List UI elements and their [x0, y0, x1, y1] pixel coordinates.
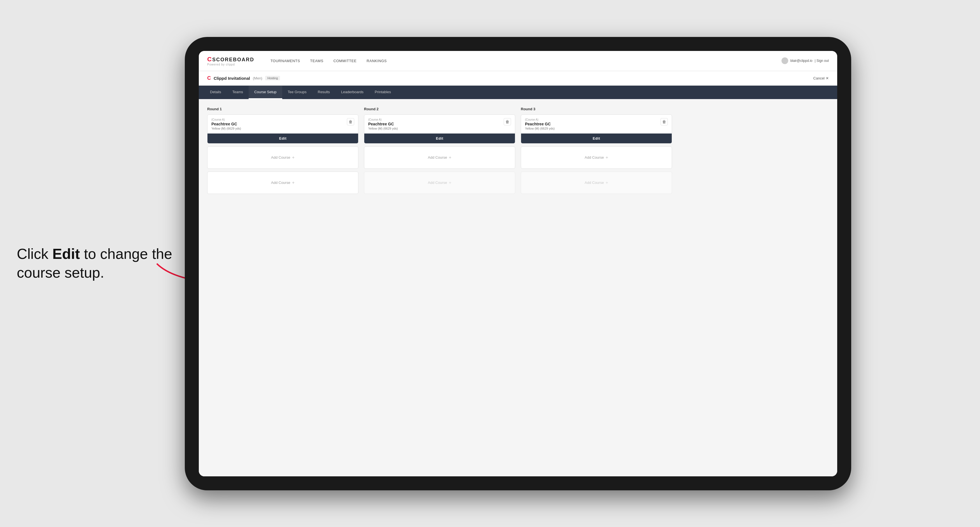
round-3-column: Round 3 (Course A) Peachtree GC Yellow (… [521, 107, 672, 197]
round-3-add-course-2: Add Course + [521, 171, 672, 194]
round-3-course-info: (Course A) Peachtree GC Yellow (M) (6629… [525, 118, 660, 130]
round-1-add-course-2[interactable]: Add Course + [207, 171, 358, 194]
round-2-course-tag: (Course A) [368, 118, 504, 121]
round-3-add-course-1[interactable]: Add Course + [521, 146, 672, 169]
round-3-edit-button[interactable]: Edit [521, 133, 672, 143]
tablet-screen: CSCOREBOARD Powered by clippd TOURNAMENT… [199, 51, 837, 476]
user-avatar [781, 57, 788, 64]
tab-results[interactable]: Results [312, 86, 336, 99]
logo-subtitle: Powered by clippd [207, 63, 254, 66]
round-3-course-body: (Course A) Peachtree GC Yellow (M) (6629… [521, 115, 672, 133]
tournament-info: C Clippd Invitational (Men) Hosting [207, 75, 813, 81]
round-1-label: Round 1 [207, 107, 358, 111]
round-3-delete-button[interactable]: 🗑 [660, 118, 668, 125]
round-2-add-course-2: Add Course + [364, 171, 515, 194]
nav-right: blair@clippd.io | Sign out [781, 57, 829, 64]
nav-rankings[interactable]: RANKINGS [361, 51, 392, 71]
cancel-button[interactable]: Cancel ✕ [813, 76, 829, 80]
nav-links: TOURNAMENTS TEAMS COMMITTEE RANKINGS [266, 51, 781, 71]
round-2-label: Round 2 [364, 107, 515, 111]
round-1-course-body: (Course A) Peachtree GC Yellow (M) (6629… [207, 115, 358, 133]
tournament-gender: (Men) [253, 76, 262, 80]
rounds-grid: Round 1 (Course A) Peachtree GC Yellow (… [207, 107, 829, 197]
tab-leaderboards[interactable]: Leaderboards [336, 86, 369, 99]
round-2-add-course-1[interactable]: Add Course + [364, 146, 515, 169]
round-3-course-card: (Course A) Peachtree GC Yellow (M) (6629… [521, 114, 672, 144]
round-2-course-card: (Course A) Peachtree GC Yellow (M) (6629… [364, 114, 515, 144]
annotation-text: Click Edit to change the course setup. [17, 244, 179, 283]
round-1-course-actions: 🗑 [347, 118, 354, 125]
tab-course-setup[interactable]: Course Setup [249, 86, 282, 99]
sub-header: C Clippd Invitational (Men) Hosting Canc… [199, 71, 837, 86]
round-2-course-details: Yellow (M) (6629 yds) [368, 127, 504, 130]
tab-bar: Details Teams Course Setup Tee Groups Re… [199, 86, 837, 99]
round-1-course-details: Yellow (M) (6629 yds) [212, 127, 347, 130]
tab-tee-groups[interactable]: Tee Groups [282, 86, 312, 99]
round-3-course-details: Yellow (M) (6629 yds) [525, 127, 660, 130]
round-2-delete-button[interactable]: 🗑 [504, 118, 511, 125]
round-1-column: Round 1 (Course A) Peachtree GC Yellow (… [207, 107, 358, 197]
round-3-course-actions: 🗑 [660, 118, 668, 125]
round-2-course-name: Peachtree GC [368, 122, 504, 126]
annotation-highlight: Edit [52, 246, 80, 262]
user-email: blair@clippd.io [791, 59, 813, 63]
sign-out-link[interactable]: | Sign out [815, 59, 829, 63]
annotation-prefix: Click [17, 246, 52, 262]
tablet-device: CSCOREBOARD Powered by clippd TOURNAMENT… [185, 37, 851, 490]
round-3-course-tag: (Course A) [525, 118, 660, 121]
hosting-badge: Hosting [265, 76, 280, 80]
logo-c: C [207, 56, 212, 63]
nav-teams[interactable]: TEAMS [305, 51, 328, 71]
round-1-add-course-1[interactable]: Add Course + [207, 146, 358, 169]
logo-title: CSCOREBOARD [207, 56, 254, 63]
tab-details[interactable]: Details [204, 86, 227, 99]
round-1-edit-button[interactable]: Edit [207, 133, 358, 143]
round-1-course-tag: (Course A) [212, 118, 347, 121]
round-1-course-info: (Course A) Peachtree GC Yellow (M) (6629… [212, 118, 347, 130]
tournament-name: Clippd Invitational [214, 76, 250, 81]
round-1-course-name: Peachtree GC [212, 122, 347, 126]
round-2-course-actions: 🗑 [504, 118, 511, 125]
nav-tournaments[interactable]: TOURNAMENTS [266, 51, 305, 71]
round-1-delete-button[interactable]: 🗑 [347, 118, 354, 125]
round-2-course-info: (Course A) Peachtree GC Yellow (M) (6629… [368, 118, 504, 130]
nav-committee[interactable]: COMMITTEE [328, 51, 362, 71]
logo-area: CSCOREBOARD Powered by clippd [207, 56, 254, 66]
main-content: Round 1 (Course A) Peachtree GC Yellow (… [199, 99, 837, 476]
round-2-edit-button[interactable]: Edit [364, 133, 515, 143]
top-navigation: CSCOREBOARD Powered by clippd TOURNAMENT… [199, 51, 837, 71]
round-3-course-name: Peachtree GC [525, 122, 660, 126]
tab-teams[interactable]: Teams [227, 86, 249, 99]
round-3-label: Round 3 [521, 107, 672, 111]
round-1-course-card: (Course A) Peachtree GC Yellow (M) (6629… [207, 114, 358, 144]
tab-printables[interactable]: Printables [369, 86, 396, 99]
clippd-icon: C [207, 75, 211, 81]
round-2-column: Round 2 (Course A) Peachtree GC Yellow (… [364, 107, 515, 197]
empty-column [678, 107, 829, 197]
round-2-course-body: (Course A) Peachtree GC Yellow (M) (6629… [364, 115, 515, 133]
